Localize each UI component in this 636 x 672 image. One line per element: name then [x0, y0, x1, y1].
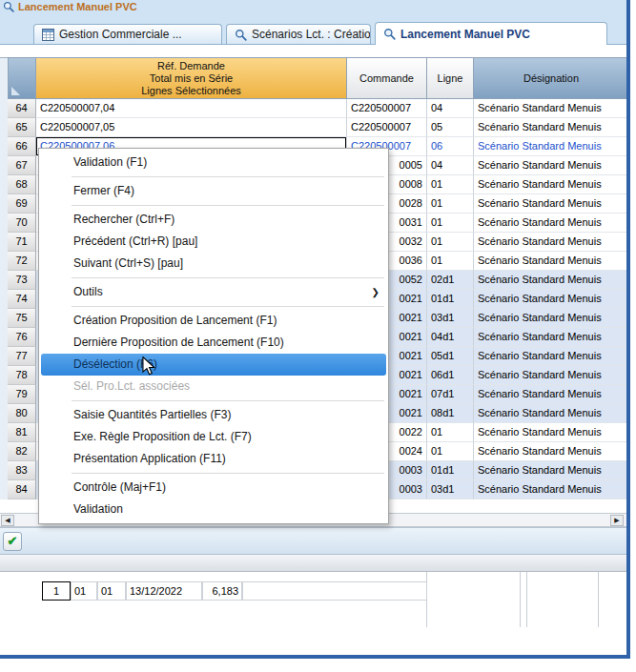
ligne-cell[interactable]: 06: [427, 137, 474, 156]
designation-cell[interactable]: Scénario Standard Menuis: [474, 290, 629, 309]
context-menu-item[interactable]: Validation (F1): [39, 152, 388, 173]
row-number-cell[interactable]: 75: [8, 309, 36, 328]
designation-cell[interactable]: Scénario Standard Menuis: [474, 423, 629, 442]
scroll-right-button[interactable]: ▶: [610, 515, 624, 526]
designation-cell[interactable]: Scénario Standard Menuis: [474, 214, 629, 233]
designation-cell[interactable]: Scénario Standard Menuis: [474, 137, 629, 156]
context-menu-item[interactable]: Présentation Application (F11): [39, 448, 388, 470]
ligne-cell[interactable]: 06d1: [427, 366, 474, 385]
designation-cell[interactable]: Scénario Standard Menuis: [474, 252, 629, 271]
column-header-commande[interactable]: Commande: [347, 57, 427, 99]
bottom-row-cell[interactable]: 01: [71, 581, 97, 601]
row-number-cell[interactable]: 76: [8, 328, 36, 347]
row-number-cell[interactable]: 67: [8, 156, 36, 175]
designation-cell[interactable]: Scénario Standard Menuis: [474, 271, 629, 290]
designation-cell[interactable]: Scénario Standard Menuis: [474, 233, 629, 252]
bottom-row-cell[interactable]: 6,183: [202, 581, 242, 601]
designation-cell[interactable]: Scénario Standard Menuis: [474, 175, 629, 194]
designation-cell[interactable]: Scénario Standard Menuis: [474, 366, 629, 385]
row-number-cell[interactable]: 71: [8, 233, 36, 252]
row-number-cell[interactable]: 83: [8, 461, 36, 480]
designation-cell[interactable]: Scénario Standard Menuis: [474, 480, 629, 499]
row-number-cell[interactable]: 73: [8, 271, 36, 290]
row-number-cell[interactable]: 70: [8, 214, 36, 233]
row-number-cell[interactable]: 72: [8, 252, 36, 271]
commande-cell[interactable]: C220500007: [347, 118, 427, 137]
row-number-cell[interactable]: 82: [8, 442, 36, 461]
column-header-ref-demande[interactable]: Réf. Demande Total mis en Série Lignes S…: [36, 57, 347, 99]
commande-cell[interactable]: C220500007: [347, 99, 427, 118]
bottom-row-cell[interactable]: 1: [42, 581, 71, 601]
context-menu-item[interactable]: Dernière Proposition de Lancement (F10): [39, 332, 388, 354]
bottom-row-cell[interactable]: 01: [97, 581, 126, 601]
ligne-cell[interactable]: 01: [427, 175, 474, 194]
designation-cell[interactable]: Scénario Standard Menuis: [474, 118, 629, 137]
context-menu-item[interactable]: Exe. Règle Proposition de Lct. (F7): [39, 426, 388, 448]
designation-cell[interactable]: Scénario Standard Menuis: [474, 328, 629, 347]
designation-cell[interactable]: Scénario Standard Menuis: [474, 309, 629, 328]
row-number-cell[interactable]: 64: [8, 99, 36, 118]
ligne-cell[interactable]: 01: [427, 442, 474, 461]
row-number-cell[interactable]: 68: [8, 175, 36, 194]
ligne-cell[interactable]: 05: [427, 118, 474, 137]
row-number-cell[interactable]: 74: [8, 290, 36, 309]
ligne-cell[interactable]: 01: [427, 214, 474, 233]
row-number-cell[interactable]: 81: [8, 423, 36, 442]
designation-cell[interactable]: Scénario Standard Menuis: [474, 99, 629, 118]
table-row[interactable]: 65C220500007,05C22050000705Scénario Stan…: [8, 118, 629, 137]
context-menu-item[interactable]: Contrôle (Maj+F1): [39, 477, 388, 499]
table-row[interactable]: 64C220500007,04C22050000704Scénario Stan…: [8, 99, 629, 118]
ligne-cell[interactable]: 01: [427, 423, 474, 442]
ligne-cell[interactable]: 02d1: [427, 271, 474, 290]
designation-cell[interactable]: Scénario Standard Menuis: [474, 194, 629, 214]
context-menu-item[interactable]: Désélection (F6): [41, 354, 386, 376]
tab-3[interactable]: Lancement Manuel PVC: [375, 22, 607, 45]
ref-cell[interactable]: C220500007,05: [36, 118, 347, 137]
context-menu-item[interactable]: Validation: [39, 499, 388, 520]
row-number-cell[interactable]: 65: [8, 118, 36, 137]
ligne-cell[interactable]: 08d1: [427, 404, 474, 423]
ligne-cell[interactable]: 05d1: [427, 347, 474, 366]
context-menu-item[interactable]: Précédent (Ctrl+R) [pau]: [39, 231, 388, 253]
ligne-cell[interactable]: 01: [427, 194, 474, 214]
row-number-cell[interactable]: 84: [8, 480, 36, 499]
ligne-cell[interactable]: 03d1: [427, 480, 474, 499]
scroll-left-button[interactable]: ◀: [1, 515, 14, 526]
select-all-corner-cell[interactable]: [8, 57, 36, 99]
row-number-cell[interactable]: 69: [8, 194, 36, 214]
tab-2[interactable]: Scénarios Lct. : Créatio...: [226, 24, 371, 44]
row-number-cell[interactable]: 79: [8, 385, 36, 404]
ligne-cell[interactable]: 01d1: [427, 290, 474, 309]
tab-1[interactable]: Gestion Commerciale ...: [33, 24, 222, 44]
context-menu-item[interactable]: Saisie Quantités Partielles (F3): [39, 404, 388, 426]
designation-cell[interactable]: Scénario Standard Menuis: [474, 156, 629, 175]
row-number-cell[interactable]: 78: [8, 366, 36, 385]
row-number-cell[interactable]: 80: [8, 404, 36, 423]
context-menu-item[interactable]: Fermer (F4): [39, 180, 388, 202]
context-menu-item[interactable]: Rechercher (Ctrl+F): [39, 209, 388, 231]
ligne-cell[interactable]: 01: [427, 233, 474, 252]
ligne-cell[interactable]: 03d1: [427, 309, 474, 328]
ref-cell[interactable]: C220500007,04: [36, 99, 347, 118]
validate-check-button[interactable]: ✔: [3, 532, 22, 551]
context-menu-item[interactable]: Création Proposition de Lancement (F1): [39, 310, 388, 332]
context-menu-item[interactable]: Outils❯: [39, 281, 388, 303]
ligne-cell[interactable]: 04: [427, 99, 474, 118]
ligne-cell[interactable]: 04: [427, 156, 474, 175]
ligne-cell[interactable]: 01: [427, 252, 474, 271]
ligne-cell[interactable]: 07d1: [427, 385, 474, 404]
context-menu-item[interactable]: Suivant (Ctrl+S) [pau]: [39, 253, 388, 275]
designation-cell[interactable]: Scénario Standard Menuis: [474, 404, 629, 423]
row-number-cell[interactable]: 77: [8, 347, 36, 366]
designation-cell[interactable]: Scénario Standard Menuis: [474, 347, 629, 366]
ligne-cell[interactable]: 01d1: [427, 461, 474, 480]
designation-cell[interactable]: Scénario Standard Menuis: [474, 442, 629, 461]
row-number-cell[interactable]: 66: [8, 137, 36, 156]
bottom-row-empty-cell[interactable]: [242, 581, 427, 601]
designation-cell[interactable]: Scénario Standard Menuis: [474, 461, 629, 480]
column-header-ligne[interactable]: Ligne: [427, 57, 474, 99]
designation-cell[interactable]: Scénario Standard Menuis: [474, 385, 629, 404]
ligne-cell[interactable]: 04d1: [427, 328, 474, 347]
column-header-designation[interactable]: Désignation: [474, 57, 629, 99]
bottom-row-cell[interactable]: 13/12/2022: [126, 581, 202, 601]
